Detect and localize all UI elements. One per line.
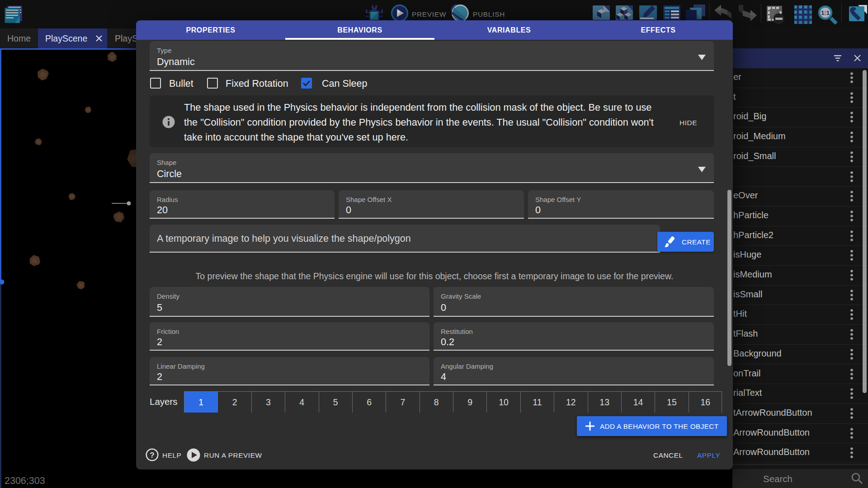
svg-text:?: ? <box>150 451 154 460</box>
svg-text:1:1: 1:1 <box>821 9 830 16</box>
